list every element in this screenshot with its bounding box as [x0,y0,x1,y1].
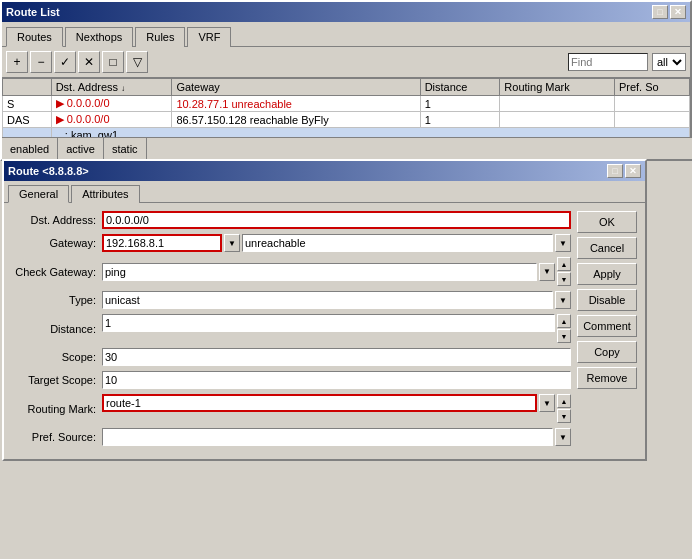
routing-mark-scroll-down[interactable]: ▼ [557,409,571,423]
close-button[interactable]: ✕ [670,5,686,19]
main-window: Route List □ ✕ Routes Nexthops Rules VRF… [0,0,692,161]
inner-tab-bar: General Attributes [4,181,645,202]
routing-mark-label: Routing Mark: [12,403,102,415]
row-type: S [3,96,52,112]
inner-title-btns: □ ✕ [607,164,641,178]
check-gateway-scroll-up[interactable]: ▲ [557,257,571,271]
distance-row: Distance: ▲ ▼ [12,314,571,343]
routing-mark-scroll-up[interactable]: ▲ [557,394,571,408]
scope-label: Scope: [12,351,102,363]
title-bar-buttons: □ ✕ [652,5,686,19]
disable-button[interactable]: Disable [577,289,637,311]
ok-button[interactable]: OK [577,211,637,233]
copy-button[interactable]: □ [102,51,124,73]
row-dst: ▶ 0.0.0.0/0 [51,112,172,128]
status-active: active [58,138,104,159]
tab-nexthops[interactable]: Nexthops [65,27,133,47]
filter-select[interactable]: all [652,53,686,71]
check-gateway-label: Check Gateway: [12,266,102,278]
target-scope-label: Target Scope: [12,374,102,386]
col-header-gateway[interactable]: Gateway [172,79,420,96]
target-scope-row: Target Scope: [12,371,571,389]
col-header-pref-so[interactable]: Pref. So [614,79,689,96]
filter-button[interactable]: ▽ [126,51,148,73]
gateway-input[interactable] [102,234,222,252]
table-row[interactable]: DAS ▶ 0.0.0.0/0 86.57.150.128 reachable … [3,112,690,128]
gateway-type-dropdown-btn[interactable]: ▼ [555,234,571,252]
row-gateway: 86.57.150.128 reachable ByFly [172,112,420,128]
pref-source-dropdown-btn[interactable]: ▼ [555,428,571,446]
type-label: Type: [12,294,102,306]
route-dialog: Route <8.8.8.8> □ ✕ General Attributes D… [2,159,647,461]
inner-title-bar: Route <8.8.8.8> □ ✕ [4,161,645,181]
check-button[interactable]: ✓ [54,51,76,73]
search-area: all [568,53,686,71]
inner-minimize-button[interactable]: □ [607,164,623,178]
row-gateway: 10.28.77.1 unreachable [172,96,420,112]
row-routing-mark [500,112,615,128]
distance-input[interactable] [102,314,555,332]
row-pref-so [614,96,689,112]
form-area: Dst. Address: Gateway: ▼ ▼ [12,211,571,451]
col-header-routing-mark[interactable]: Routing Mark [500,79,615,96]
type-dropdown-btn[interactable]: ▼ [555,291,571,309]
status-type: static [104,138,147,159]
gateway-dropdown-btn[interactable]: ▼ [224,234,240,252]
comment-button[interactable]: Comment [577,315,637,337]
dialog-content: Dst. Address: Gateway: ▼ ▼ [4,202,645,459]
check-gateway-dropdown-btn[interactable]: ▼ [539,263,555,281]
x-button[interactable]: ✕ [78,51,100,73]
check-gateway-scroll-down[interactable]: ▼ [557,272,571,286]
main-tab-bar: Routes Nexthops Rules VRF [2,22,690,47]
tab-vrf[interactable]: VRF [187,27,231,47]
search-input[interactable] [568,53,648,71]
tab-routes[interactable]: Routes [6,27,63,47]
add-button[interactable]: + [6,51,28,73]
row-dst: ▶ 0.0.0.0/0 [51,96,172,112]
status-bar: enabled active static [2,137,692,159]
routing-mark-input[interactable] [102,394,537,412]
window-title: Route List [6,6,60,18]
remove-button[interactable]: − [30,51,52,73]
inner-window-title: Route <8.8.8.8> [8,165,89,177]
distance-scroll-down[interactable]: ▼ [557,329,571,343]
col-header-type [3,79,52,96]
row-pref-so [614,112,689,128]
gateway-type-input[interactable] [242,234,553,252]
tab-general[interactable]: General [8,185,69,203]
check-gateway-input[interactable] [102,263,537,281]
routing-mark-dropdown-btn[interactable]: ▼ [539,394,555,412]
dst-address-input[interactable] [102,211,571,229]
row-type: DAS [3,112,52,128]
distance-scroll-up[interactable]: ▲ [557,314,571,328]
row-routing-mark [500,96,615,112]
gateway-label: Gateway: [12,237,102,249]
pref-source-input[interactable] [102,428,553,446]
row-distance: 1 [420,112,500,128]
target-scope-input[interactable] [102,371,571,389]
cancel-button[interactable]: Cancel [577,237,637,259]
table-row[interactable]: S ▶ 0.0.0.0/0 10.28.77.1 unreachable 1 [3,96,690,112]
remove-button[interactable]: Remove [577,367,637,389]
scope-row: Scope: [12,348,571,366]
col-header-distance[interactable]: Distance [420,79,500,96]
tab-rules[interactable]: Rules [135,27,185,47]
scope-input[interactable] [102,348,571,366]
pref-source-row: Pref. Source: ▼ [12,428,571,446]
minimize-button[interactable]: □ [652,5,668,19]
col-header-dst[interactable]: Dst. Address ↓ [51,79,172,96]
type-row: Type: ▼ [12,291,571,309]
dst-address-row: Dst. Address: [12,211,571,229]
check-gateway-field-container: ▼ [102,263,555,281]
distance-label: Distance: [12,323,102,335]
inner-close-button[interactable]: ✕ [625,164,641,178]
status-enabled: enabled [2,138,58,159]
pref-source-label: Pref. Source: [12,431,102,443]
apply-button[interactable]: Apply [577,263,637,285]
copy-button[interactable]: Copy [577,341,637,363]
routing-mark-row: Routing Mark: ▼ ▲ ▼ [12,394,571,423]
type-field-container: ▼ [102,291,571,309]
type-input[interactable] [102,291,553,309]
tab-attributes[interactable]: Attributes [71,185,139,203]
toolbar: + − ✓ ✕ □ ▽ all [2,47,690,78]
